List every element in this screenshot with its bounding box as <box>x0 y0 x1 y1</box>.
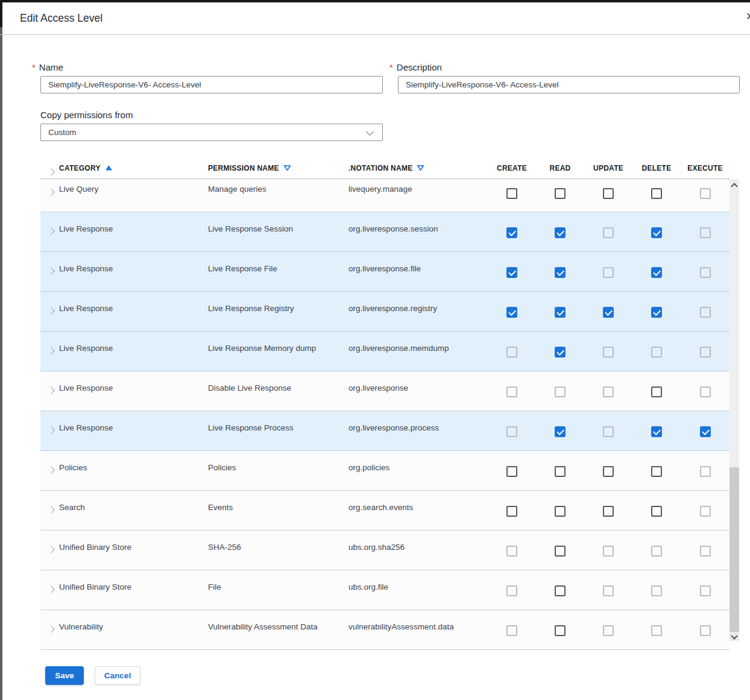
category-cell: Live Response <box>59 332 208 371</box>
table-row[interactable]: Unified Binary StoreSHA-256ubs.org.sha25… <box>40 531 730 570</box>
expand-chevron-icon <box>47 347 55 355</box>
description-input[interactable] <box>398 76 740 93</box>
checkbox-read[interactable] <box>555 227 566 238</box>
scroll-down-button[interactable] <box>730 632 739 641</box>
expand-cell[interactable] <box>40 531 59 570</box>
scroll-up-button[interactable] <box>730 180 739 190</box>
cancel-button[interactable]: Cancel <box>95 666 140 685</box>
checkbox-delete[interactable] <box>651 506 662 517</box>
expand-cell[interactable] <box>40 332 59 371</box>
checkbox-create <box>506 426 517 437</box>
checkbox-read[interactable] <box>555 625 566 636</box>
checkbox-delete <box>651 347 662 358</box>
read-cell <box>536 491 584 530</box>
header-permission-name[interactable]: PERMISSION NAME <box>208 156 348 178</box>
checkbox-update[interactable] <box>603 307 614 318</box>
save-button[interactable]: Save <box>45 666 84 685</box>
read-cell <box>536 570 584 610</box>
checkbox-delete[interactable] <box>651 386 662 397</box>
checkbox-execute <box>700 386 711 397</box>
expand-cell[interactable] <box>40 451 59 490</box>
update-cell <box>584 252 632 291</box>
notation-cell: org.policies <box>348 451 488 490</box>
checkbox-read[interactable] <box>555 466 566 477</box>
checkbox-update[interactable] <box>603 506 614 517</box>
checkbox-update[interactable] <box>603 188 614 199</box>
checkbox-read[interactable] <box>555 347 566 358</box>
create-cell <box>488 451 536 490</box>
category-cell: Unified Binary Store <box>59 570 208 610</box>
table-row[interactable]: VulnerabilityVulnerability Assessment Da… <box>40 610 730 650</box>
checkbox-execute[interactable] <box>700 426 711 437</box>
checkbox-create[interactable] <box>506 188 517 199</box>
checkbox-read[interactable] <box>555 546 566 557</box>
table-row[interactable]: Live ResponseLive Response Fileorg.liver… <box>40 252 730 292</box>
header-category[interactable]: CATEGORY <box>59 156 208 178</box>
read-cell <box>536 371 584 411</box>
checkbox-create[interactable] <box>506 227 517 238</box>
table-row[interactable]: Live ResponseLive Response Registryorg.l… <box>40 292 730 332</box>
scrollbar-thumb[interactable] <box>730 467 739 632</box>
copy-permissions-label: Copy permissions from <box>40 110 133 120</box>
expand-cell[interactable] <box>40 610 59 649</box>
table-row[interactable]: Live ResponseLive Response Processorg.li… <box>40 411 730 451</box>
copy-permissions-select[interactable]: Custom <box>40 124 383 141</box>
expand-cell[interactable] <box>40 411 59 450</box>
expand-cell[interactable] <box>40 371 59 411</box>
table-row[interactable]: Live ResponseDisable Live Responseorg.li… <box>40 371 730 411</box>
checkbox-delete[interactable] <box>651 188 662 199</box>
checkbox-read[interactable] <box>555 188 566 199</box>
execute-cell <box>681 252 730 291</box>
table-row[interactable]: Live ResponseLive Response Sessionorg.li… <box>40 212 730 252</box>
checkbox-read[interactable] <box>555 426 566 437</box>
expand-cell[interactable] <box>40 292 59 331</box>
close-icon[interactable]: ✕ <box>746 11 750 23</box>
expand-chevron-icon <box>47 466 55 474</box>
create-cell <box>488 491 536 530</box>
update-cell <box>584 451 632 490</box>
table-row[interactable]: Live QueryManage querieslivequery.manage <box>40 179 730 212</box>
checkbox-delete[interactable] <box>651 307 662 318</box>
expand-cell[interactable] <box>40 212 59 251</box>
checkbox-delete[interactable] <box>651 426 662 437</box>
checkbox-create[interactable] <box>506 307 517 318</box>
checkbox-delete[interactable] <box>651 227 662 238</box>
checkbox-read[interactable] <box>555 506 566 517</box>
delete-cell <box>632 491 681 530</box>
checkbox-create[interactable] <box>506 267 517 278</box>
header-expand-cell[interactable] <box>40 156 59 178</box>
name-input[interactable] <box>40 76 383 93</box>
checkbox-read[interactable] <box>555 267 566 278</box>
expand-cell[interactable] <box>40 491 59 530</box>
sort-ascending-icon[interactable] <box>105 165 113 171</box>
sort-down-icon[interactable] <box>283 165 291 171</box>
checkbox-create[interactable] <box>506 466 517 477</box>
checkbox-delete[interactable] <box>651 466 662 477</box>
table-row[interactable]: PoliciesPoliciesorg.policies <box>40 451 730 491</box>
expand-chevron-icon <box>47 546 55 553</box>
expand-cell[interactable] <box>40 570 59 610</box>
required-asterisk: * <box>389 62 393 72</box>
read-cell <box>536 411 584 450</box>
checkbox-update <box>603 267 614 278</box>
expand-cell[interactable] <box>40 179 59 212</box>
create-cell <box>488 610 536 649</box>
checkbox-update <box>603 585 614 596</box>
permission-cell: Live Response Process <box>208 411 348 450</box>
table-row[interactable]: Live ResponseLive Response Memory dumpor… <box>40 332 730 371</box>
checkbox-create[interactable] <box>506 506 517 517</box>
header-notation-name[interactable]: .NOTATION NAME <box>348 156 488 178</box>
execute-cell <box>681 411 730 450</box>
expand-cell[interactable] <box>40 252 59 291</box>
table-row[interactable]: Unified Binary StoreFileubs.org.file <box>40 570 730 610</box>
checkbox-delete[interactable] <box>651 267 662 278</box>
checkbox-create <box>506 585 517 596</box>
notation-cell: org.search.events <box>348 491 488 530</box>
sort-down-icon[interactable] <box>417 165 424 171</box>
table-row[interactable]: SearchEventsorg.search.events <box>40 491 730 531</box>
table-scrollbar[interactable] <box>730 179 739 641</box>
checkbox-read[interactable] <box>555 307 566 318</box>
checkbox-update[interactable] <box>603 466 614 477</box>
permission-cell: Live Response Session <box>208 212 348 251</box>
checkbox-read[interactable] <box>555 585 566 596</box>
